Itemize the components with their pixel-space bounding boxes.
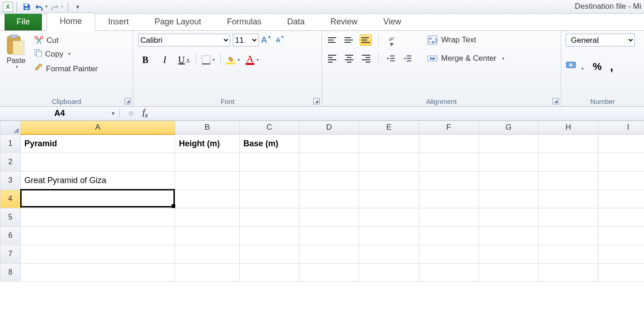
cell-G3[interactable]	[479, 171, 539, 190]
cell-I1[interactable]	[598, 134, 644, 153]
tab-insert[interactable]: Insert	[95, 13, 142, 30]
cell-E4[interactable]	[359, 190, 419, 208]
row-header-5[interactable]: 5	[0, 208, 21, 226]
cell-B2[interactable]	[175, 153, 240, 171]
cell-H2[interactable]	[539, 153, 598, 171]
cell-E7[interactable]	[359, 245, 419, 263]
row-header-2[interactable]: 2	[0, 153, 21, 171]
cell-H8[interactable]	[539, 263, 598, 282]
cell-D6[interactable]	[299, 226, 359, 245]
cell-I5[interactable]	[598, 208, 644, 226]
qat-customize-button[interactable]: ▼	[72, 1, 84, 12]
cell-G6[interactable]	[479, 226, 539, 245]
row-header-4[interactable]: 4	[0, 190, 21, 208]
row-header-1[interactable]: 1	[0, 134, 21, 153]
cell-C2[interactable]	[240, 153, 299, 171]
cell-B8[interactable]	[175, 263, 240, 282]
increase-indent-button[interactable]	[402, 53, 414, 64]
cell-C8[interactable]	[240, 263, 299, 282]
cell-F7[interactable]	[419, 245, 479, 263]
align-left-button[interactable]	[327, 53, 339, 64]
col-header-A[interactable]: A	[21, 121, 175, 135]
cell-E6[interactable]	[359, 226, 419, 245]
cell-D8[interactable]	[299, 263, 359, 282]
cell-D2[interactable]	[299, 153, 359, 171]
cell-H5[interactable]	[539, 208, 598, 226]
col-header-F[interactable]: F	[419, 121, 479, 135]
col-header-B[interactable]: B	[175, 121, 240, 135]
cell-C1[interactable]: Base (m)	[240, 134, 299, 153]
cell-C4[interactable]	[240, 190, 299, 208]
cell-H7[interactable]	[539, 245, 598, 263]
cell-C7[interactable]	[240, 245, 299, 263]
cell-H1[interactable]	[539, 134, 598, 153]
tab-formulas[interactable]: Formulas	[214, 13, 274, 30]
cell-G1[interactable]	[479, 134, 539, 153]
alignment-launcher[interactable]: ◢	[552, 98, 559, 104]
italic-button[interactable]: I	[157, 53, 172, 67]
cell-B1[interactable]: Height (m)	[175, 134, 240, 153]
font-size-select[interactable]: 11	[233, 34, 259, 46]
cell-C5[interactable]	[240, 208, 299, 226]
redo-button[interactable]: ▼	[50, 1, 64, 12]
cell-I7[interactable]	[598, 245, 644, 263]
col-header-D[interactable]: D	[299, 121, 359, 135]
select-all-corner[interactable]	[0, 121, 21, 135]
cell-I8[interactable]	[598, 263, 644, 282]
row-header-6[interactable]: 6	[0, 226, 21, 245]
cell-D5[interactable]	[299, 208, 359, 226]
cell-E8[interactable]	[359, 263, 419, 282]
copy-button[interactable]: Copy ▼	[32, 48, 99, 60]
cell-H6[interactable]	[539, 226, 598, 245]
cell-A1[interactable]: Pyramid	[21, 134, 175, 153]
col-header-C[interactable]: C	[240, 121, 299, 135]
cell-F6[interactable]	[419, 226, 479, 245]
cell-I6[interactable]	[598, 226, 644, 245]
align-center-button[interactable]	[343, 53, 355, 64]
wrap-text-button[interactable]: abc Wrap Text	[427, 35, 505, 45]
col-header-I[interactable]: I	[598, 121, 644, 135]
spreadsheet-grid[interactable]: A B C D E F G H I 1 Pyramid Height (m) B…	[0, 121, 644, 282]
cell-A5[interactable]	[21, 208, 175, 226]
cell-B4[interactable]	[175, 190, 240, 208]
cell-G5[interactable]	[479, 208, 539, 226]
cell-B6[interactable]	[175, 226, 240, 245]
cell-F8[interactable]	[419, 263, 479, 282]
align-bottom-button[interactable]	[360, 34, 372, 46]
format-painter-button[interactable]: Format Painter	[32, 62, 99, 75]
cell-A3[interactable]: Great Pyramid of Giza	[21, 171, 175, 190]
cell-G4[interactable]	[479, 190, 539, 208]
cell-D1[interactable]	[299, 134, 359, 153]
cell-I2[interactable]	[598, 153, 644, 171]
comma-button[interactable]: ,	[610, 59, 613, 74]
cell-E1[interactable]	[359, 134, 419, 153]
undo-button[interactable]: ▼	[34, 1, 48, 12]
align-right-button[interactable]	[360, 53, 372, 64]
cell-B7[interactable]	[175, 245, 240, 263]
col-header-H[interactable]: H	[539, 121, 598, 135]
row-header-8[interactable]: 8	[0, 263, 21, 282]
tab-home[interactable]: Home	[46, 12, 95, 31]
cut-button[interactable]: ✂️ Cut	[32, 34, 99, 46]
percent-button[interactable]: %	[592, 61, 602, 73]
cell-D4[interactable]	[299, 190, 359, 208]
cell-G7[interactable]	[479, 245, 539, 263]
font-color-button[interactable]: A ▼	[245, 53, 260, 67]
align-middle-button[interactable]	[343, 34, 355, 46]
clipboard-launcher[interactable]: ◢	[125, 98, 131, 104]
file-tab[interactable]: File	[5, 13, 42, 30]
shrink-font-button[interactable]: A▾	[276, 36, 280, 44]
cell-D3[interactable]	[299, 171, 359, 190]
cell-A7[interactable]	[21, 245, 175, 263]
font-launcher[interactable]: ◢	[313, 98, 320, 104]
cell-H4[interactable]	[539, 190, 598, 208]
number-format-select[interactable]: General	[566, 34, 635, 46]
fx-icon[interactable]: fx	[143, 108, 148, 119]
cell-I3[interactable]	[598, 171, 644, 190]
cell-A8[interactable]	[21, 263, 175, 282]
bold-button[interactable]: B	[138, 53, 153, 67]
border-button[interactable]: ▼	[201, 53, 216, 67]
cell-F2[interactable]	[419, 153, 479, 171]
cell-B3[interactable]	[175, 171, 240, 190]
underline-button[interactable]: U▼	[177, 53, 191, 67]
